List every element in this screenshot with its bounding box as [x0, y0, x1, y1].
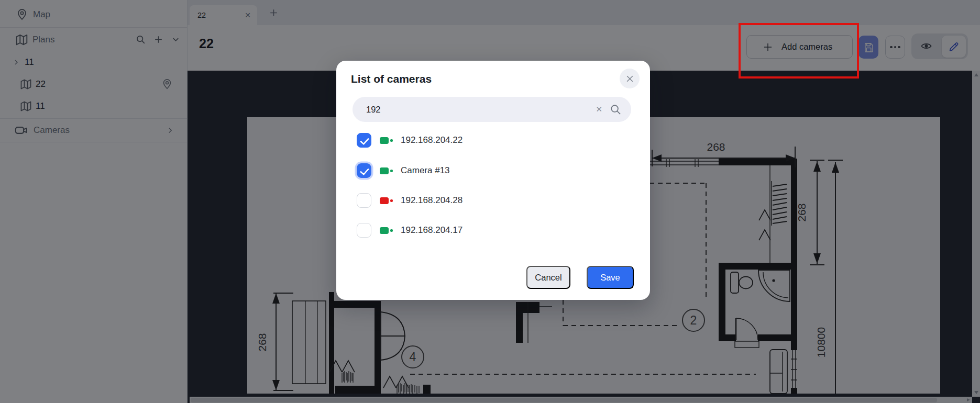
list-of-cameras-dialog: List of cameras ✕ 192.168.204.22 Camera …: [336, 61, 650, 300]
dialog-title: List of cameras: [351, 73, 432, 85]
camera-checkbox[interactable]: [357, 163, 371, 178]
app-root: Map Plans 11 22: [0, 0, 980, 403]
camera-checkbox[interactable]: [357, 133, 371, 148]
camera-name: 192.168.204.28: [401, 195, 463, 206]
annotation-highlight: [739, 23, 859, 79]
camera-name: 192.168.204.22: [401, 135, 463, 145]
camera-list-item[interactable]: Camera #13: [357, 163, 450, 178]
camera-status-icon: [380, 167, 393, 174]
cancel-button[interactable]: Cancel: [526, 266, 570, 289]
camera-name: 192.168.204.17: [401, 225, 463, 236]
clear-search-icon[interactable]: ✕: [596, 105, 602, 114]
camera-list-item[interactable]: 192.168.204.22: [357, 133, 463, 148]
close-icon: [625, 74, 634, 83]
search-icon[interactable]: [610, 104, 622, 116]
search-input[interactable]: [366, 105, 596, 115]
save-button[interactable]: Save: [587, 266, 634, 289]
camera-search-field[interactable]: ✕: [353, 97, 631, 122]
camera-checkbox[interactable]: [357, 193, 371, 208]
camera-status-icon: [380, 197, 393, 204]
camera-list-item[interactable]: 192.168.204.17: [357, 223, 463, 238]
camera-status-icon: [380, 137, 393, 144]
camera-list-item[interactable]: 192.168.204.28: [357, 193, 463, 208]
dialog-close-button[interactable]: [620, 69, 640, 88]
camera-status-icon: [380, 227, 393, 234]
camera-name: Camera #13: [401, 165, 450, 176]
camera-checkbox[interactable]: [357, 223, 371, 238]
